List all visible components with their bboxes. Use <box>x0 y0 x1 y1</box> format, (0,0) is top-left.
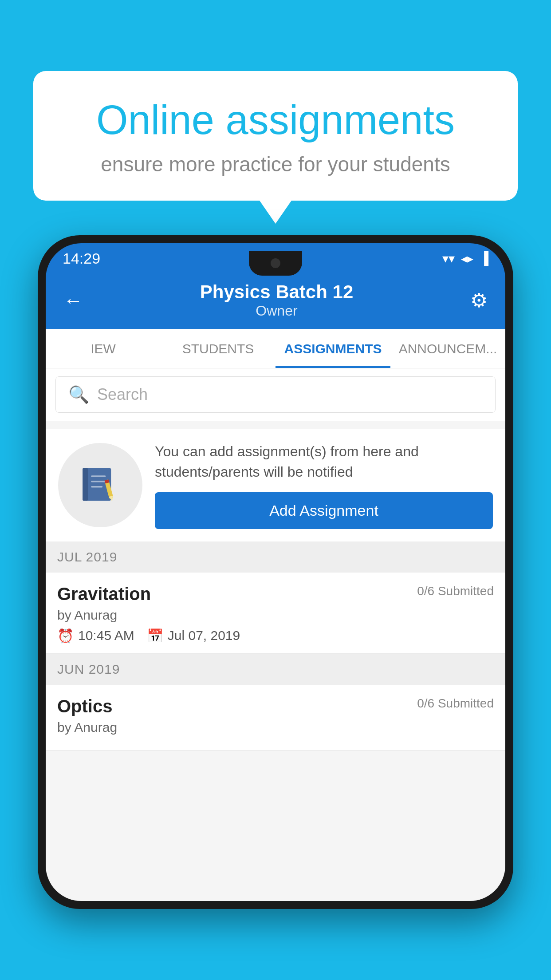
optics-author: by Anurag <box>57 720 494 735</box>
back-button[interactable]: ← <box>63 289 83 312</box>
info-card: You can add assignment(s) from here and … <box>46 429 505 541</box>
settings-icon[interactable]: ⚙ <box>470 289 488 312</box>
svg-rect-3 <box>91 481 106 482</box>
gravitation-time-value: 10:45 AM <box>78 628 134 643</box>
section-jul-2019: JUL 2019 <box>46 541 505 573</box>
assignment-gravitation[interactable]: Gravitation 0/6 Submitted by Anurag ⏰ 10… <box>46 573 505 654</box>
gravitation-time: ⏰ 10:45 AM <box>57 628 134 644</box>
gravitation-date-value: Jul 07, 2019 <box>168 628 240 643</box>
svg-rect-1 <box>83 468 88 501</box>
phone-notch <box>249 251 302 276</box>
speech-bubble-section: Online assignments ensure more practice … <box>33 71 518 201</box>
status-icons: ▾▾ ◂▸ ▐ <box>442 251 488 266</box>
info-description: You can add assignment(s) from here and … <box>155 441 493 482</box>
speech-bubble: Online assignments ensure more practice … <box>33 71 518 201</box>
search-icon: 🔍 <box>68 385 89 404</box>
tab-announcements[interactable]: ANNOUNCEM... <box>390 329 505 368</box>
svg-rect-2 <box>91 476 106 478</box>
battery-icon: ▐ <box>480 251 488 265</box>
tab-students[interactable]: STUDENTS <box>161 329 276 368</box>
gravitation-date: 📅 Jul 07, 2019 <box>147 628 240 644</box>
phone-frame: 14:29 ▾▾ ◂▸ ▐ ← Physics Batch 12 Owner ⚙ <box>38 235 513 909</box>
bubble-title: Online assignments <box>64 98 487 142</box>
gravitation-name: Gravitation <box>57 584 151 604</box>
front-camera <box>271 258 280 268</box>
add-assignment-button[interactable]: Add Assignment <box>155 492 493 529</box>
search-placeholder: Search <box>97 385 148 404</box>
tabs-row: IEW STUDENTS ASSIGNMENTS ANNOUNCEM... <box>46 329 505 368</box>
gravitation-author: by Anurag <box>57 608 494 623</box>
search-bar[interactable]: 🔍 Search <box>55 376 496 413</box>
svg-rect-4 <box>91 486 102 488</box>
header-title: Physics Batch 12 <box>200 281 354 303</box>
status-time: 14:29 <box>63 250 100 267</box>
optics-name: Optics <box>57 696 112 716</box>
gravitation-top-row: Gravitation 0/6 Submitted <box>57 584 494 604</box>
gravitation-submitted: 0/6 Submitted <box>417 584 494 598</box>
info-text-block: You can add assignment(s) from here and … <box>155 441 493 529</box>
section-label-jun: JUN 2019 <box>57 662 120 676</box>
calendar-icon: 📅 <box>147 628 163 644</box>
header-center: Physics Batch 12 Owner <box>200 281 354 319</box>
phone-inner: 14:29 ▾▾ ◂▸ ▐ ← Physics Batch 12 Owner ⚙ <box>46 243 505 901</box>
app-header: ← Physics Batch 12 Owner ⚙ <box>46 273 505 329</box>
search-container: 🔍 Search <box>46 368 505 421</box>
clock-icon: ⏰ <box>57 628 74 644</box>
bubble-subtitle: ensure more practice for your students <box>64 152 487 176</box>
optics-top-row: Optics 0/6 Submitted <box>57 696 494 716</box>
section-label-jul: JUL 2019 <box>57 549 117 564</box>
header-subtitle: Owner <box>200 303 354 319</box>
gravitation-meta: ⏰ 10:45 AM 📅 Jul 07, 2019 <box>57 628 494 644</box>
optics-submitted: 0/6 Submitted <box>417 696 494 711</box>
section-jun-2019: JUN 2019 <box>46 654 505 685</box>
notebook-icon-circle <box>58 443 142 527</box>
wifi-icon: ▾▾ <box>442 251 455 266</box>
notebook-icon <box>79 464 122 506</box>
tab-assignments[interactable]: ASSIGNMENTS <box>276 329 390 368</box>
signal-icon: ◂▸ <box>461 251 473 266</box>
phone-outer: 14:29 ▾▾ ◂▸ ▐ ← Physics Batch 12 Owner ⚙ <box>38 235 513 909</box>
tab-iew[interactable]: IEW <box>46 329 161 368</box>
screen-body: 🔍 Search <box>46 368 505 901</box>
assignment-optics[interactable]: Optics 0/6 Submitted by Anurag <box>46 685 505 751</box>
